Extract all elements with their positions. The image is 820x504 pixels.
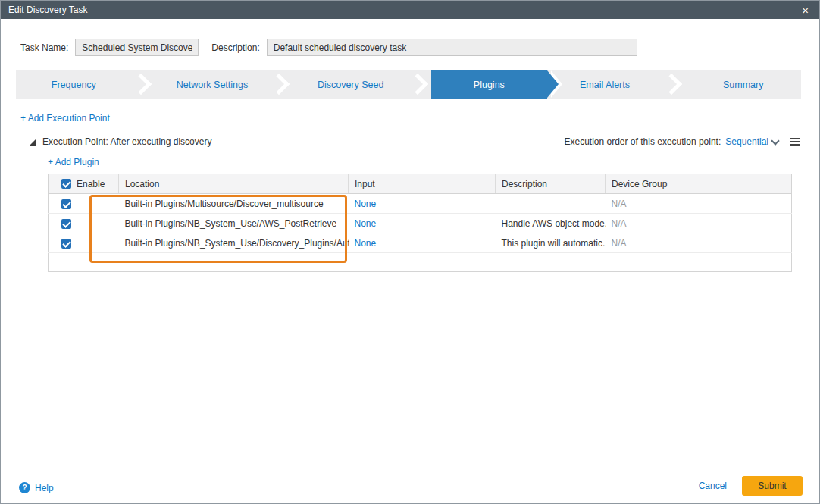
plugin-location: Built-in Plugins/NB_System_Use/Discovery…: [125, 238, 349, 249]
execution-point-header: Execution Point: After executing discove…: [30, 136, 800, 147]
header-device-group: Device Group: [606, 174, 792, 194]
tab-label: Summary: [723, 80, 763, 90]
header-enable-cell: Enable: [49, 174, 119, 194]
tab-label: Discovery Seed: [318, 80, 384, 90]
tab-frequency[interactable]: Frequency: [16, 70, 132, 99]
header-description: Description: [496, 174, 606, 194]
execution-point-toggle[interactable]: Execution Point: After executing discove…: [30, 136, 211, 147]
row-enable-checkbox[interactable]: [61, 239, 71, 249]
tab-separator-chevron: [408, 70, 431, 99]
header-enable-checkbox[interactable]: [61, 179, 71, 189]
add-execution-point-link[interactable]: + Add Execution Point: [20, 113, 110, 124]
menu-icon[interactable]: [790, 138, 800, 146]
tab-email-alerts[interactable]: Email Alerts: [547, 70, 663, 99]
tab-summary[interactable]: Summary: [685, 70, 801, 99]
plugin-description: This plugin will automatic...: [502, 238, 606, 249]
task-form-row: Task Name: Description:: [20, 39, 801, 56]
dialog-titlebar: Edit Discovery Task ×: [1, 1, 819, 19]
plugin-device-group: N/A: [612, 199, 627, 209]
plugin-location: Built-in Plugins/NB_System_Use/AWS_PostR…: [125, 218, 337, 229]
execution-order-controls: Execution order of this execution point:…: [564, 136, 800, 147]
row-enable-checkbox[interactable]: [61, 199, 71, 209]
add-execution-point-row: + Add Execution Point: [20, 113, 819, 124]
edit-discovery-task-dialog: Edit Discovery Task × Task Name: Descrip…: [0, 0, 820, 504]
tab-label: Frequency: [52, 80, 96, 90]
row-enable-checkbox[interactable]: [61, 219, 71, 229]
task-name-input[interactable]: [75, 39, 199, 56]
help-label: Help: [35, 483, 54, 493]
tab-separator-chevron: [662, 70, 685, 99]
footer-actions: Cancel Submit: [699, 476, 803, 496]
tab-label: Network Settings: [177, 80, 248, 90]
plugin-table-header-row: Enable Location Input Description Device…: [49, 174, 792, 194]
tab-network-settings[interactable]: Network Settings: [155, 70, 271, 99]
plugin-input-link[interactable]: None: [355, 238, 377, 249]
tab-separator-chevron: [270, 70, 293, 99]
plugin-input-link[interactable]: None: [355, 199, 377, 209]
plugin-input-link[interactable]: None: [355, 218, 377, 229]
plugin-description: Handle AWS object mode...: [502, 218, 606, 229]
chevron-down-icon: [771, 136, 779, 145]
close-icon[interactable]: ×: [799, 5, 812, 16]
tab-plugins[interactable]: Plugins: [431, 70, 547, 99]
collapse-triangle-icon: [30, 139, 36, 146]
execution-point-title: Execution Point: After executing discove…: [42, 136, 211, 147]
tab-label: Plugins: [474, 80, 505, 90]
task-name-label: Task Name:: [20, 42, 68, 53]
cancel-button[interactable]: Cancel: [699, 481, 727, 491]
help-link[interactable]: ? Help: [19, 482, 54, 493]
description-label: Description:: [211, 42, 259, 53]
tab-strip: FrequencyNetwork SettingsDiscovery SeedP…: [16, 70, 801, 99]
execution-order-label: Execution order of this execution point:: [564, 136, 721, 147]
tab-discovery-seed[interactable]: Discovery Seed: [293, 70, 408, 99]
plugin-table-wrap: Enable Location Input Description Device…: [48, 174, 792, 272]
help-icon: ?: [19, 482, 30, 493]
add-plugin-link[interactable]: + Add Plugin: [48, 157, 99, 167]
plugin-row: Built-in Plugins/NB_System_Use/AWS_PostR…: [49, 214, 792, 233]
plugin-table: Enable Location Input Description Device…: [48, 174, 792, 272]
add-plugin-row: + Add Plugin: [48, 157, 819, 167]
header-location: Location: [119, 174, 349, 194]
tab-separator-chevron: [132, 70, 155, 99]
execution-order-value: Sequential: [725, 136, 768, 147]
header-enable-label: Enable: [77, 179, 105, 189]
plugin-device-group: N/A: [612, 238, 627, 249]
dialog-title: Edit Discovery Task: [8, 5, 87, 15]
execution-order-dropdown[interactable]: Sequential: [725, 136, 778, 147]
plugin-location: Built-in Plugins/Multisource/Discover_mu…: [125, 199, 324, 209]
submit-button[interactable]: Submit: [742, 476, 803, 496]
tab-label: Email Alerts: [580, 80, 630, 90]
plugin-row: Built-in Plugins/Multisource/Discover_mu…: [49, 194, 792, 214]
header-input: Input: [349, 174, 496, 194]
plugin-table-body: Built-in Plugins/Multisource/Discover_mu…: [49, 194, 792, 272]
description-input[interactable]: [267, 39, 637, 56]
plugin-device-group: N/A: [612, 218, 627, 229]
empty-row: [49, 253, 792, 272]
plugin-row: Built-in Plugins/NB_System_Use/Discovery…: [49, 233, 792, 253]
